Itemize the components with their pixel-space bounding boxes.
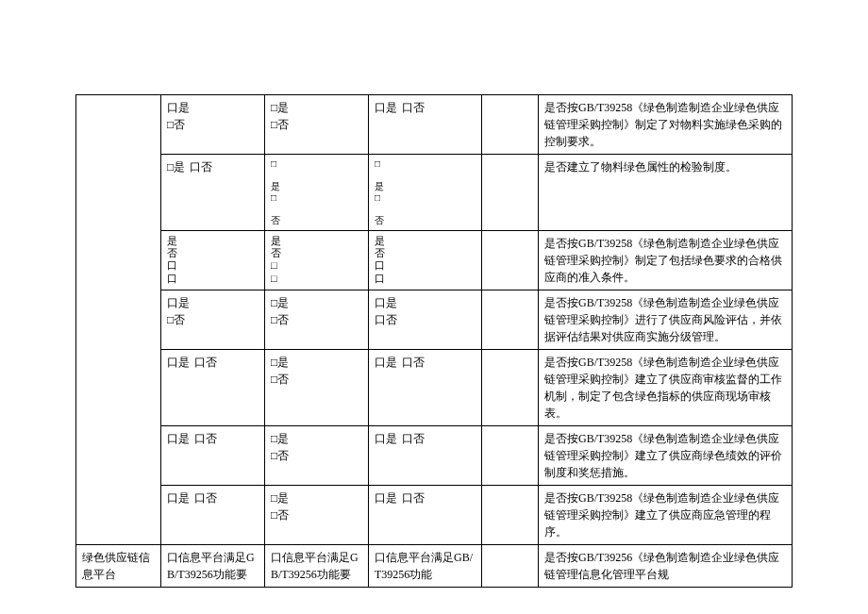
check-cell: 口是 口否 bbox=[369, 290, 482, 350]
checkbox-no[interactable]: □否 bbox=[271, 506, 362, 523]
platform-cell: 口信息平台满足GB/T39256功能要 bbox=[265, 545, 369, 588]
checkbox-no[interactable]: 口否 bbox=[190, 160, 212, 174]
check-cell: □是 □否 bbox=[265, 350, 369, 426]
checkbox-no[interactable]: 口否 bbox=[402, 432, 425, 445]
checkbox-no[interactable]: 口否 bbox=[402, 356, 425, 369]
desc-cell: 是否按GB/T39258《绿色制造制造企业绿色供应链管理采购控制》制定了对物料实… bbox=[539, 95, 793, 155]
checkbox-yes[interactable]: 口是 bbox=[167, 294, 259, 311]
checkbox-yes[interactable]: □是 bbox=[271, 99, 362, 116]
check-cell: □是 口否 bbox=[161, 155, 265, 231]
checkbox-yes[interactable]: 口是 bbox=[375, 101, 397, 114]
desc-cell: 是否按GB/T39258《绿色制造制造企业绿色供应链管理采购控制》建立了供应商审… bbox=[539, 350, 793, 426]
checkbox-yes[interactable]: 口是 bbox=[167, 491, 190, 505]
check-cell: 是 否 □ □ bbox=[265, 231, 369, 290]
checkbox-no[interactable]: 口否 bbox=[402, 101, 425, 114]
check-cell: 口是 口否 bbox=[161, 486, 265, 545]
empty-cell bbox=[482, 95, 539, 155]
table-row: 口是 口否 □是 □否 口是 口否 是否按GB/T39258《绿色制造制造企业绿… bbox=[76, 486, 793, 545]
check-cell: 口是 □否 bbox=[161, 95, 265, 155]
checkbox-yes[interactable]: 是 bbox=[375, 235, 476, 247]
check-cell: □ 是 □ 否 bbox=[369, 155, 482, 231]
check-cell: 口是 口否 bbox=[369, 486, 482, 545]
checkbox-yes[interactable]: □是 bbox=[167, 160, 185, 174]
check-cell: 口是 □否 bbox=[161, 290, 265, 350]
table-row: □是 口否 □ 是 □ 否 □ 是 □ 否 是否建立了物料绿色属性的检验制度。 bbox=[76, 155, 793, 231]
check-cell: 口是 口否 bbox=[369, 426, 482, 486]
checkbox-yes[interactable]: 口是 bbox=[167, 432, 190, 445]
table-row: 口是 □否 □是 □否 口是 口否 是否按GB/T39258《绿色制造制造企业绿… bbox=[76, 95, 793, 155]
checkbox-yes[interactable]: □ 是 bbox=[271, 158, 362, 192]
checkbox-no[interactable]: □否 bbox=[271, 447, 362, 464]
checkbox-no[interactable]: 否 bbox=[375, 247, 476, 259]
empty-cell bbox=[482, 545, 539, 588]
checkbox-no[interactable]: □ 否 bbox=[375, 192, 476, 226]
empty-cell bbox=[482, 290, 539, 350]
check-cell: 口是 口否 bbox=[369, 350, 482, 426]
checkbox-no[interactable]: □否 bbox=[271, 311, 362, 328]
checkbox-no[interactable]: 口否 bbox=[194, 432, 217, 445]
empty-cell bbox=[482, 426, 539, 486]
checkbox-yes[interactable]: 口是 bbox=[167, 99, 259, 116]
check-cell: 口是 口否 bbox=[161, 426, 265, 486]
check-cell: 口是 口否 bbox=[369, 95, 482, 155]
checkbox-no[interactable]: □否 bbox=[271, 371, 362, 388]
checkbox-yes[interactable]: 口是 bbox=[375, 356, 397, 369]
check-cell: □是 □否 bbox=[265, 290, 369, 350]
category-cell bbox=[76, 95, 161, 545]
checkbox-yes[interactable]: □是 bbox=[271, 354, 362, 371]
check-cell: 是 否 口 口 bbox=[161, 231, 265, 290]
checkbox-no[interactable]: 否 bbox=[167, 247, 259, 259]
table-row: 绿色供应链信息平台 口信息平台满足GB/T39256功能要 口信息平台满足GB/… bbox=[76, 545, 793, 588]
desc-cell: 是否按GB/T39256《绿色制造制造企业绿色供应链管理信息化管理平台规 bbox=[539, 545, 793, 588]
desc-cell: 是否按GB/T39258《绿色制造制造企业绿色供应链管理采购控制》建立了供应商绿… bbox=[539, 426, 793, 486]
table-row: 口是 口否 □是 □否 口是 口否 是否按GB/T39258《绿色制造制造企业绿… bbox=[76, 350, 793, 426]
checkbox-no[interactable]: □ 否 bbox=[271, 192, 362, 226]
checkbox-yes[interactable]: 是 bbox=[167, 235, 259, 247]
empty-cell bbox=[482, 155, 539, 231]
checkbox-no[interactable]: 口否 bbox=[194, 356, 217, 369]
checkbox-no[interactable]: □否 bbox=[167, 311, 259, 328]
compliance-table: 口是 □否 □是 □否 口是 口否 是否按GB/T39258《绿色制造制造企业绿… bbox=[75, 94, 793, 588]
checkbox-no[interactable]: 口否 bbox=[194, 491, 217, 505]
desc-cell: 是否建立了物料绿色属性的检验制度。 bbox=[539, 155, 793, 231]
table-row: 口是 □否 □是 □否 口是 口否 是否按GB/T39258《绿色制造制造企业绿… bbox=[76, 290, 793, 350]
checkbox-no[interactable]: 否 bbox=[271, 247, 362, 259]
check-cell: 口是 口否 bbox=[161, 350, 265, 426]
check-cell: 是 否 口 口 bbox=[369, 231, 482, 290]
empty-cell bbox=[482, 350, 539, 426]
empty-cell bbox=[482, 231, 539, 290]
checkbox-yes[interactable]: 口是 bbox=[375, 432, 397, 445]
checkbox-no[interactable]: 口否 bbox=[402, 491, 425, 505]
checkbox-yes[interactable]: □是 bbox=[271, 294, 362, 311]
check-cell: □是 □否 bbox=[265, 486, 369, 545]
empty-cell bbox=[482, 486, 539, 545]
category-cell: 绿色供应链信息平台 bbox=[76, 545, 161, 588]
checkbox-yes[interactable]: 是 bbox=[271, 235, 362, 247]
desc-cell: 是否按GB/T39258《绿色制造制造企业绿色供应链管理采购控制》制定了包括绿色… bbox=[539, 231, 793, 290]
checkbox-no[interactable]: □否 bbox=[271, 116, 362, 133]
checkbox-yes[interactable]: □ 是 bbox=[375, 158, 476, 192]
check-cell: □ 是 □ 否 bbox=[265, 155, 369, 231]
table-row: 是 否 口 口 是 否 □ □ 是 否 口 口 bbox=[76, 231, 793, 290]
checkbox-yes[interactable]: □是 bbox=[271, 430, 362, 447]
check-cell: □是 □否 bbox=[265, 426, 369, 486]
checkbox-yes[interactable]: 口是 bbox=[375, 491, 397, 505]
platform-cell: 口信息平台满足GB/T39256功能要 bbox=[161, 545, 265, 588]
checkbox-yes[interactable]: 口是 bbox=[375, 294, 476, 311]
checkbox-no[interactable]: □否 bbox=[167, 116, 259, 133]
check-cell: □是 □否 bbox=[265, 95, 369, 155]
checkbox-yes[interactable]: 口是 bbox=[167, 356, 190, 369]
checkbox-yes[interactable]: □是 bbox=[271, 490, 362, 506]
desc-cell: 是否按GB/T39258《绿色制造制造企业绿色供应链管理采购控制》建立了供应商应… bbox=[539, 486, 793, 545]
desc-cell: 是否按GB/T39258《绿色制造制造企业绿色供应链管理采购控制》进行了供应商风… bbox=[539, 290, 793, 350]
table-row: 口是 口否 □是 □否 口是 口否 是否按GB/T39258《绿色制造制造企业绿… bbox=[76, 426, 793, 486]
platform-cell: 口信息平台满足GB/T39256功能 bbox=[369, 545, 482, 588]
checkbox-no[interactable]: 口否 bbox=[375, 311, 476, 328]
